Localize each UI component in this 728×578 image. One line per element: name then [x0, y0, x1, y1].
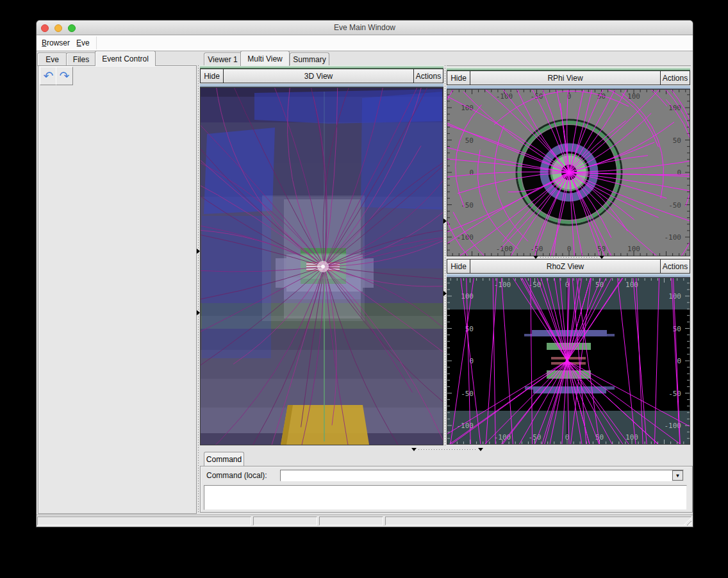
- collapse-down-arrow-icon[interactable]: [533, 256, 538, 259]
- svg-text:-50: -50: [461, 201, 474, 210]
- redo-arrow-icon: ↷: [60, 69, 70, 83]
- command-input[interactable]: [281, 471, 672, 481]
- menu-divider: [96, 37, 97, 49]
- dropdown-button[interactable]: ▼: [672, 470, 683, 481]
- menubar: B̲rowser E̲ve: [37, 35, 693, 51]
- splitter-dots: [198, 65, 199, 513]
- status-cell: [37, 516, 251, 525]
- previous-event-button[interactable]: ↶: [40, 67, 57, 85]
- status-cell: [253, 516, 317, 525]
- status-cell: [385, 516, 691, 525]
- rphi-view-header: Hide RPhi View Actions: [447, 70, 690, 85]
- collapse-down-arrow-icon[interactable]: [478, 448, 483, 451]
- svg-text:100: 100: [668, 104, 681, 112]
- 3d-scene: [201, 88, 443, 445]
- rhoz-blue-strip: [447, 274, 690, 277]
- bottom-splitter[interactable]: [418, 449, 477, 450]
- svg-text:100: 100: [668, 292, 681, 301]
- rhoz-actions-button[interactable]: Actions: [660, 260, 690, 273]
- rphi-viewport[interactable]: -100-50050100-100-50050100100500-50-1001…: [447, 89, 690, 256]
- rhoz-view-header: Hide RhoZ View Actions: [447, 259, 690, 274]
- svg-text:0: 0: [677, 357, 681, 365]
- 3d-blue-strip: [200, 83, 443, 87]
- command-label: Command (local):: [206, 470, 267, 481]
- tab-viewer1[interactable]: Viewer 1: [204, 53, 242, 65]
- collapse-center-arrow-icon[interactable]: [443, 219, 447, 224]
- rhoz-viewport[interactable]: -100-50050100-100-50050100100500-50-1001…: [447, 277, 690, 445]
- splitter-dots: [445, 65, 445, 445]
- event-control-panel: [38, 65, 197, 514]
- svg-text:-50: -50: [668, 390, 681, 398]
- collapse-left-arrow-icon[interactable]: [197, 249, 200, 254]
- 3d-actions-button[interactable]: Actions: [413, 69, 443, 83]
- collapse-left-arrow-icon[interactable]: [197, 310, 200, 315]
- chevron-down-icon: ▼: [675, 473, 681, 479]
- eve-main-window: Eve Main Window B̲rowser E̲ve Eve Files …: [37, 21, 693, 527]
- svg-text:0: 0: [469, 357, 474, 365]
- svg-text:0: 0: [469, 169, 474, 177]
- tab-command[interactable]: Command: [204, 452, 244, 466]
- status-cell: [319, 516, 383, 525]
- menu-browser[interactable]: B̲rowser: [38, 35, 74, 51]
- svg-text:100: 100: [461, 104, 474, 112]
- svg-text:0: 0: [567, 245, 572, 253]
- command-output[interactable]: [204, 485, 687, 510]
- rphi-blue-strip: [447, 85, 690, 89]
- svg-text:-100: -100: [494, 433, 511, 442]
- tab-eve[interactable]: Eve: [37, 53, 67, 65]
- center-splitter[interactable]: [443, 65, 447, 445]
- rphi-hide-button[interactable]: Hide: [447, 71, 470, 85]
- svg-text:0: 0: [565, 281, 570, 289]
- 3d-view-header: Hide 3D View Actions: [200, 69, 443, 83]
- tab-multi-view[interactable]: Multi View: [240, 51, 290, 66]
- tab-event-control[interactable]: Event Control: [95, 51, 156, 66]
- titlebar[interactable]: Eve Main Window: [37, 21, 693, 35]
- 3d-view-title: 3D View: [224, 69, 413, 83]
- svg-text:-50: -50: [668, 201, 681, 210]
- window-title: Eve Main Window: [37, 21, 693, 35]
- rphi-actions-button[interactable]: Actions: [660, 71, 690, 85]
- next-event-button[interactable]: ↷: [56, 67, 73, 85]
- svg-text:100: 100: [627, 245, 640, 253]
- svg-text:-50: -50: [529, 433, 542, 442]
- rphi-scene: -100-50050100-100-50050100100500-50-1001…: [447, 90, 690, 256]
- command-combobox: ▼: [280, 470, 684, 481]
- collapse-center-arrow-icon[interactable]: [443, 291, 447, 296]
- desktop: Eve Main Window B̲rowser E̲ve Eve Files …: [0, 0, 728, 578]
- 3d-viewport[interactable]: [200, 87, 443, 445]
- menu-eve[interactable]: E̲ve: [72, 35, 94, 51]
- svg-text:-100: -100: [665, 233, 682, 242]
- rhoz-hide-button[interactable]: Hide: [447, 260, 470, 273]
- svg-text:-100: -100: [496, 245, 513, 253]
- svg-text:-50: -50: [461, 390, 474, 398]
- rphi-rhoz-splitter[interactable]: [540, 257, 598, 258]
- rphi-view-title: RPhi View: [470, 71, 660, 85]
- rhoz-view-title: RhoZ View: [470, 260, 660, 273]
- svg-text:100: 100: [625, 433, 638, 442]
- undo-arrow-icon: ↶: [44, 69, 54, 83]
- collapse-down-arrow-icon[interactable]: [411, 448, 417, 451]
- rhoz-scene: -100-50050100-100-50050100100500-50-1001…: [447, 278, 690, 444]
- svg-text:50: 50: [465, 136, 474, 145]
- svg-text:50: 50: [673, 136, 681, 145]
- collapse-down-arrow-icon[interactable]: [599, 256, 604, 259]
- svg-text:-100: -100: [457, 233, 474, 242]
- statusbar: [37, 515, 693, 527]
- 3d-hide-button[interactable]: Hide: [201, 69, 224, 83]
- tab-files[interactable]: Files: [66, 53, 96, 65]
- tab-summary[interactable]: Summary: [290, 53, 329, 65]
- left-splitter[interactable]: [197, 65, 200, 513]
